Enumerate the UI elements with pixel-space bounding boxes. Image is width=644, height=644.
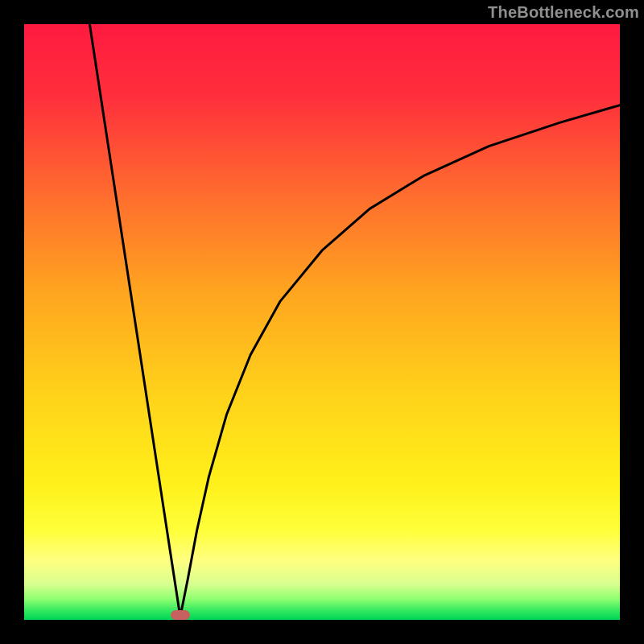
bottleneck-chart bbox=[24, 24, 620, 620]
gradient-background bbox=[24, 24, 620, 620]
chart-frame bbox=[24, 24, 620, 620]
minimum-marker bbox=[171, 610, 190, 620]
watermark-text: TheBottleneck.com bbox=[488, 3, 639, 22]
